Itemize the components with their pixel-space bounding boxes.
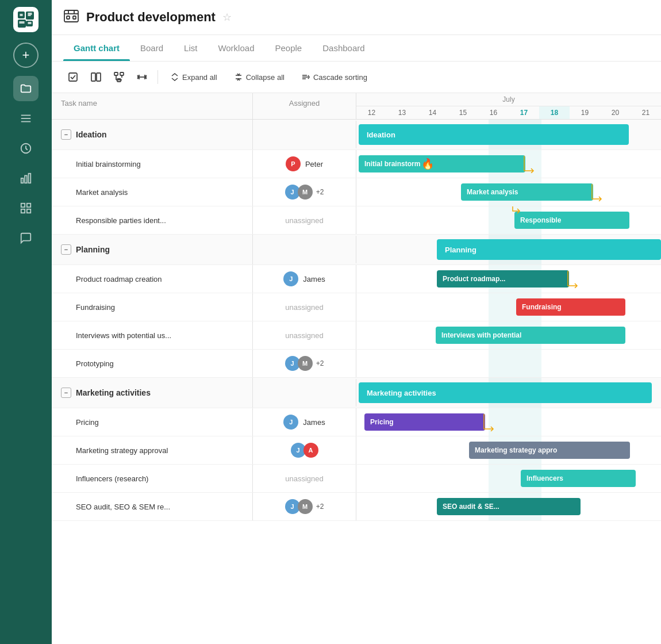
assigned-header: Assigned: [253, 93, 356, 119]
task-seo-audit: SEO audit, SEO & SEM re...: [52, 493, 253, 520]
add-button[interactable]: +: [13, 43, 39, 68]
tab-workload[interactable]: Workload: [207, 35, 264, 61]
assigned-influencers: unassigned: [253, 465, 356, 492]
main-content: Product development ☆ Gantt chart Board …: [52, 0, 661, 644]
bar-area-initial: Initial brainstorm 🔥: [356, 150, 661, 178]
sidebar-item-folders[interactable]: [13, 76, 39, 101]
app-logo[interactable]: [13, 7, 39, 32]
group-marketing-label: Marketing activities: [76, 388, 151, 397]
row-seo-audit: SEO audit, SEO & SEM re... J M +2 SEO au…: [52, 493, 661, 521]
avatar-count-market: +2: [316, 188, 324, 196]
collapse-planning[interactable]: −: [61, 244, 71, 255]
sidebar-item-chat[interactable]: [13, 225, 39, 251]
assigned-responsible: unassigned: [253, 206, 356, 234]
tab-people[interactable]: People: [264, 35, 312, 61]
row-market-analysis: Market analysis J M +2 Market analysis: [52, 178, 661, 206]
row-product-roadmap: Product roadmap creation J James Product…: [52, 265, 661, 293]
bar-area-pricing: Pricing: [356, 408, 661, 436]
group-ideation-task: − Ideation: [52, 120, 253, 150]
svg-rect-14: [27, 209, 30, 213]
bar-area-roadmap: Product roadmap...: [356, 265, 661, 293]
group-planning-task: − Planning: [52, 235, 253, 264]
date-15: 15: [448, 106, 478, 119]
bar-seo-audit: SEO audit & SE...: [437, 498, 581, 515]
avatar-prototyping-2: M: [298, 356, 313, 371]
bar-market-analysis: Market analysis: [461, 183, 593, 201]
date-12: 12: [356, 106, 387, 119]
date-13: 13: [387, 106, 417, 119]
month-label: July: [502, 95, 514, 103]
bar-marketing-group: Marketing activities: [359, 382, 652, 403]
sidebar-item-menu[interactable]: [13, 106, 39, 131]
bar-area-interviews: Interviews with potential: [356, 321, 661, 349]
structure-icon-btn[interactable]: [109, 67, 129, 87]
collapse-all-label: Collapse all: [246, 73, 285, 82]
cascade-label: Cascade sorting: [313, 73, 367, 82]
cascade-sorting-btn[interactable]: Cascade sorting: [295, 70, 374, 85]
dep-arrow-market: [591, 183, 608, 201]
bar-area-influencers: Influencers: [356, 465, 661, 492]
bar-ideation-group: Ideation: [359, 124, 629, 145]
task-market-analysis: Market analysis: [52, 178, 253, 206]
columns-icon-btn[interactable]: [86, 67, 106, 87]
svg-rect-22: [91, 73, 95, 81]
assigned-roadmap: J James: [253, 265, 356, 293]
gantt-header: Task name Assigned July 12 13 14 15 16 1…: [52, 93, 661, 120]
unassigned-fundraising: unassigned: [285, 303, 324, 312]
fire-icon: 🔥: [421, 158, 434, 170]
group-marketing-assigned: [253, 379, 356, 407]
sidebar-item-chart[interactable]: [13, 166, 39, 191]
assigned-initial: P Peter: [253, 150, 356, 178]
dep-arrow-initial: [523, 155, 540, 173]
toolbar-divider-1: [157, 70, 158, 84]
tab-board[interactable]: Board: [130, 35, 174, 61]
tab-gantt[interactable]: Gantt chart: [63, 35, 130, 61]
task-initial-brainstorming: Initial brainstorming: [52, 150, 253, 178]
collapse-all-btn[interactable]: Collapse all: [228, 70, 291, 85]
date-row: 12 13 14 15 16 17 18 19 20 21: [356, 106, 661, 119]
row-prototyping: Prototyping J M +2: [52, 350, 661, 378]
collapse-marketing[interactable]: −: [61, 388, 71, 398]
svg-rect-10: [29, 174, 31, 183]
date-21: 21: [631, 106, 661, 119]
project-title: Product development: [86, 10, 216, 25]
collapse-ideation[interactable]: −: [61, 129, 71, 140]
date-14: 14: [417, 106, 448, 119]
date-16: 16: [478, 106, 509, 119]
avatar-count-prototyping: +2: [316, 359, 324, 367]
gantt-container: Task name Assigned July 12 13 14 15 16 1…: [52, 93, 661, 644]
task-influencers: Influencers (research): [52, 465, 253, 492]
svg-rect-20: [73, 16, 76, 19]
svg-rect-23: [97, 73, 101, 81]
dep-arrow-roadmap: [567, 270, 584, 288]
avatar-james-pricing: J: [283, 415, 298, 430]
timeline-icon-btn[interactable]: [132, 67, 152, 87]
bar-fundraising: Fundraising: [516, 298, 625, 316]
tab-dashboard[interactable]: Dashboard: [312, 35, 375, 61]
avatar-peter: P: [286, 156, 301, 171]
sidebar-item-grid[interactable]: [13, 195, 39, 221]
avatar-mstrategy-2: A: [303, 443, 318, 458]
gantt-body: − Ideation Ideation Initial brainstormin…: [52, 120, 661, 644]
bar-area-responsible: Responsible: [356, 206, 661, 234]
expand-all-btn[interactable]: Expand all: [164, 70, 224, 85]
task-pricing: Pricing: [52, 408, 253, 436]
group-row-ideation: − Ideation Ideation: [52, 120, 661, 150]
checkbox-icon-btn[interactable]: [63, 67, 83, 87]
assigned-market: J M +2: [253, 178, 356, 206]
svg-rect-25: [120, 72, 124, 75]
group-row-marketing: − Marketing activities Marketing activit…: [52, 378, 661, 408]
assigned-interviews: unassigned: [253, 321, 356, 349]
tab-list[interactable]: List: [174, 35, 207, 61]
row-pricing: Pricing J James Pricing: [52, 408, 661, 436]
date-18: 18: [539, 106, 570, 119]
sidebar-item-clock[interactable]: [13, 136, 39, 161]
group-planning-bar-area: Planning: [356, 235, 661, 264]
task-prototyping: Prototyping: [52, 350, 253, 377]
row-responsible-parties: Responsible parties ident... unassigned …: [52, 206, 661, 235]
svg-rect-21: [69, 73, 77, 81]
date-19: 19: [570, 106, 600, 119]
tab-bar: Gantt chart Board List Workload People D…: [52, 35, 661, 62]
group-ideation-assigned: [253, 121, 356, 148]
star-icon[interactable]: ☆: [222, 11, 232, 24]
